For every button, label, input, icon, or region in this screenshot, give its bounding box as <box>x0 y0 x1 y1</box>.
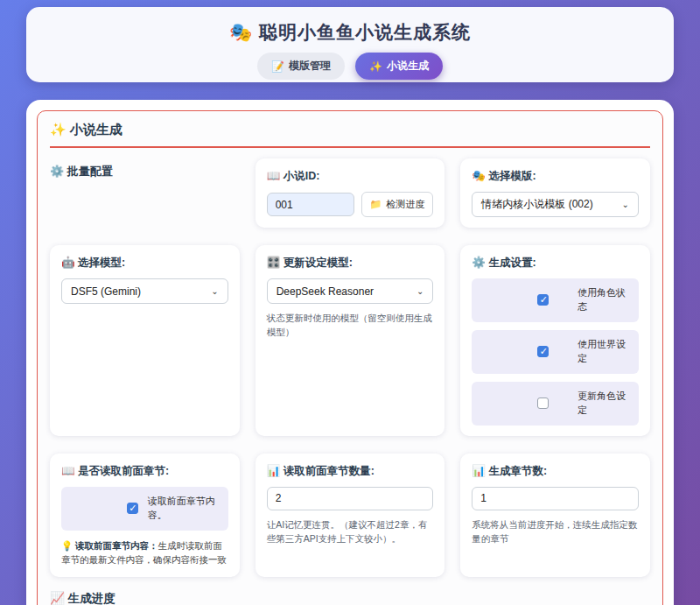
gear-icon: ⚙️ <box>50 165 64 178</box>
previous-count-hint: 让AI记忆更连贯。（建议不超过2章，有些第三方API支持上下文较小）。 <box>267 517 434 546</box>
control-knobs-icon: 🎛️ <box>267 257 281 269</box>
check-progress-button-label: 检测进度 <box>386 198 424 211</box>
generation-settings-label-text: 生成设置: <box>488 257 536 269</box>
update-character-setting-label: 更新角色设定 <box>578 390 630 418</box>
novel-id-card: 📖 小说ID: 📁 检测进度 <box>256 158 445 228</box>
bar-chart-icon: 📊 <box>267 465 281 477</box>
update-model-select-value: DeepSeek Reasoner <box>276 285 374 298</box>
previous-count-label: 📊 读取前面章节数量: <box>267 464 434 479</box>
generation-settings-card: ⚙️ 生成设置: 使用角色状态 使用世界设定 更新角色设定 <box>460 245 650 436</box>
novel-id-label: 📖 小说ID: <box>267 169 434 184</box>
read-previous-card: 📖 是否读取前面章节: 读取前面章节内容。 💡 读取前面章节内容：生成时读取前面… <box>50 454 240 577</box>
tab-template-management[interactable]: 📝 模版管理 <box>257 53 345 80</box>
template-select-label: 🎭 选择模版: <box>472 169 639 184</box>
book-icon: 📖 <box>267 170 281 182</box>
use-world-setting-label: 使用世界设定 <box>578 338 630 366</box>
config-grid: ⚙️ 批量配置 📖 小说ID: 📁 检测进度 🎭 <box>50 158 650 577</box>
use-character-state-checkbox[interactable] <box>537 294 549 306</box>
chapter-count-card: 📊 生成章节数: 系统将从当前进度开始，连续生成指定数量的章节 <box>460 454 650 577</box>
app-header: 🎭 聪明小鱼鱼小说生成系统 📝 模版管理 ✨ 小说生成 <box>26 7 674 82</box>
use-world-setting-checkbox[interactable] <box>537 346 549 357</box>
progress-section-title-text: 生成进度 <box>68 592 116 605</box>
update-character-setting-checkbox[interactable] <box>537 397 549 409</box>
previous-count-input[interactable] <box>267 487 434 510</box>
main-panel: ✨ 小说生成 ⚙️ 批量配置 📖 小说ID: 📁 检测进度 <box>26 100 674 605</box>
previous-count-card: 📊 读取前面章节数量: 让AI记忆更连贯。（建议不超过2章，有些第三方API支持… <box>256 454 445 577</box>
update-model-card: 🎛️ 更新设定模型: DeepSeek Reasoner ⌄ 状态更新时使用的模… <box>256 245 445 436</box>
previous-count-label-text: 读取前面章节数量: <box>284 465 374 477</box>
gear-icon: ⚙️ <box>472 257 486 269</box>
read-previous-label: 📖 是否读取前面章节: <box>61 464 228 479</box>
theater-masks-icon: 🎭 <box>472 170 486 182</box>
chevron-down-icon: ⌄ <box>622 200 629 209</box>
batch-config-label-text: 批量配置 <box>67 165 113 178</box>
template-select[interactable]: 情绪内核小说模板 (002) ⌄ <box>472 192 639 217</box>
template-select-value: 情绪内核小说模板 (002) <box>481 197 592 212</box>
chapter-count-hint: 系统将从当前进度开始，连续生成指定数量的章节 <box>472 517 639 546</box>
use-character-state-label: 使用角色状态 <box>578 286 630 314</box>
update-model-select[interactable]: DeepSeek Reasoner ⌄ <box>267 278 434 304</box>
app-title-text: 聪明小鱼鱼小说生成系统 <box>259 22 471 42</box>
template-select-card: 🎭 选择模版: 情绪内核小说模板 (002) ⌄ <box>460 158 650 228</box>
section-title-text: 小说生成 <box>70 122 122 137</box>
chart-increasing-icon: 📈 <box>50 592 65 605</box>
section-title: ✨ 小说生成 <box>50 122 650 148</box>
update-model-hint: 状态更新时使用的模型（留空则使用生成模型） <box>267 311 434 340</box>
model-select-label-text: 选择模型: <box>78 257 125 269</box>
batch-config-label: ⚙️ 批量配置 <box>50 158 240 228</box>
template-select-label-text: 选择模版: <box>488 170 536 182</box>
folder-icon: 📁 <box>370 199 382 210</box>
read-previous-checkbox-label: 读取前面章节内容。 <box>148 495 220 523</box>
tab-template-management-label: 模版管理 <box>289 59 331 74</box>
theater-masks-icon: 🎭 <box>229 22 253 42</box>
chevron-down-icon: ⌄ <box>211 286 218 296</box>
chapter-count-label: 📊 生成章节数: <box>472 464 639 479</box>
generation-settings-label: ⚙️ 生成设置: <box>472 256 639 271</box>
model-select[interactable]: DSF5 (Gemini) ⌄ <box>61 278 228 304</box>
model-select-label: 🤖 选择模型: <box>61 256 228 271</box>
model-select-value: DSF5 (Gemini) <box>71 285 141 298</box>
robot-icon: 🤖 <box>61 257 75 269</box>
tab-novel-generation-label: 小说生成 <box>387 59 429 74</box>
setting-row-update-character-setting: 更新角色设定 <box>472 382 639 426</box>
chapter-count-label-text: 生成章节数: <box>488 465 547 477</box>
app-title: 🎭 聪明小鱼鱼小说生成系统 <box>26 20 674 45</box>
read-previous-tip-bold: 读取前面章节内容： <box>75 540 158 551</box>
read-previous-checkbox[interactable] <box>127 503 138 514</box>
novel-id-label-text: 小说ID: <box>284 170 320 182</box>
update-model-label-text: 更新设定模型: <box>284 257 353 269</box>
setting-row-use-world-setting: 使用世界设定 <box>472 330 639 374</box>
chapter-count-input[interactable] <box>472 487 639 510</box>
novel-id-input[interactable] <box>267 193 354 216</box>
update-model-label: 🎛️ 更新设定模型: <box>267 256 434 271</box>
chevron-down-icon: ⌄ <box>416 286 424 296</box>
check-progress-button[interactable]: 📁 检测进度 <box>361 192 434 217</box>
bar-chart-icon: 📊 <box>472 465 486 477</box>
sparkles-icon: ✨ <box>50 122 66 137</box>
read-previous-row: 读取前面章节内容。 <box>61 487 228 531</box>
novel-generation-panel: ✨ 小说生成 ⚙️ 批量配置 📖 小说ID: 📁 检测进度 <box>37 110 663 605</box>
sparkles-icon: ✨ <box>369 60 382 73</box>
setting-row-use-character-state: 使用角色状态 <box>472 278 639 322</box>
main-tabs: 📝 模版管理 ✨ 小说生成 <box>26 53 674 80</box>
progress-section-title: 📈 生成进度 <box>50 591 650 605</box>
book-icon: 📖 <box>61 465 75 477</box>
read-previous-tip: 💡 读取前面章节内容：生成时读取前面章节的最新文件内容，确保内容衔接一致 <box>61 538 228 567</box>
lightbulb-icon: 💡 <box>61 540 73 551</box>
tab-novel-generation[interactable]: ✨ 小说生成 <box>355 53 443 80</box>
memo-icon: 📝 <box>271 60 284 73</box>
read-previous-label-text: 是否读取前面章节: <box>78 465 169 477</box>
model-select-card: 🤖 选择模型: DSF5 (Gemini) ⌄ <box>50 245 240 436</box>
